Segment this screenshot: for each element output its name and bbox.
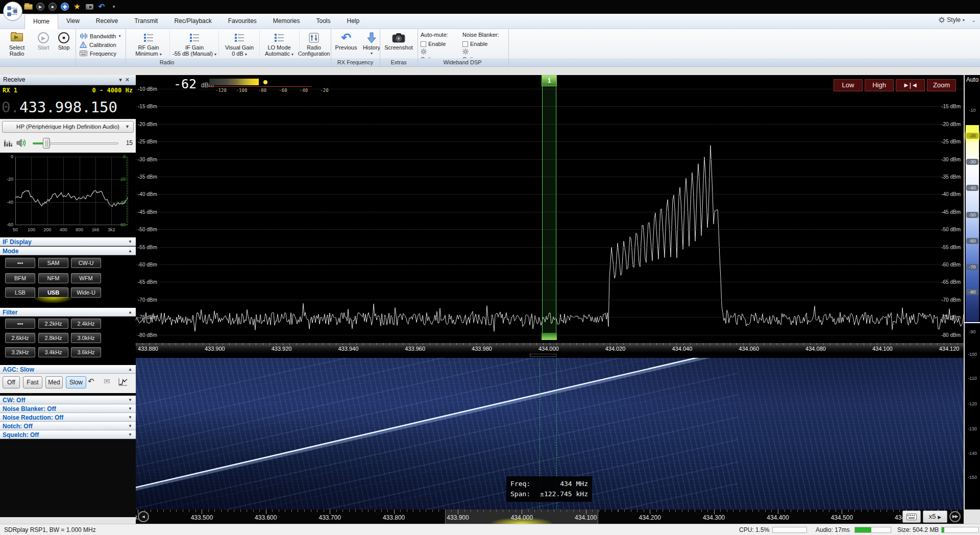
tab-transmit[interactable]: Transmit (126, 14, 166, 29)
noise-blanker-enable-checkbox[interactable]: Enable (462, 39, 506, 48)
agc-graph-icon[interactable] (118, 378, 128, 386)
filter-button-34khz[interactable]: 3.4kHz (38, 347, 68, 357)
filter-button-32khz[interactable]: 3.2kHz (5, 347, 35, 357)
tab-memories[interactable]: Memories (265, 14, 308, 29)
undo-icon[interactable]: ↶ (88, 377, 94, 386)
mode-button-cwu[interactable]: CW-U (71, 258, 101, 268)
mode-button-lsb[interactable]: LSB (5, 287, 35, 298)
auto-mute-options-button[interactable]: Options (421, 48, 458, 58)
section-mode[interactable]: Mode▲ (0, 247, 136, 255)
zoom-x5-button[interactable]: x5 ▶ (923, 510, 947, 523)
select-radio-button[interactable]: ▶ Select Radio (2, 29, 32, 58)
ribbon-collapse-icon[interactable]: ⌄ (972, 17, 976, 23)
bandwidth-button[interactable]: Bandwidth▾ (80, 32, 127, 40)
filter-button-24khz[interactable]: 2.4kHz (71, 319, 101, 329)
filter-button-[interactable]: ••• (5, 319, 35, 329)
if-gain-button[interactable]: IF Gain -55 dB (Manual) ▾ (170, 29, 218, 58)
scroll-right-button[interactable]: ▶▶ (949, 511, 961, 522)
filter-button-30khz[interactable]: 3.0kHz (71, 333, 101, 343)
previous-button[interactable]: ↶ Previous (333, 29, 359, 58)
ruler-frequency-label: 434.100 (570, 514, 602, 521)
waterfall-palette-bar[interactable] (209, 79, 259, 85)
section-filter[interactable]: Filter▲ (0, 308, 136, 317)
mode-button-nfm[interactable]: NFM (38, 273, 68, 283)
tab-tools[interactable]: Tools (308, 14, 339, 29)
spectrum-frequency-axis[interactable]: 433.880433.900433.920433.940433.960433.9… (136, 343, 964, 353)
tab-view[interactable]: View (58, 14, 88, 29)
screenshot-camera-icon[interactable] (84, 2, 95, 12)
palette-scale-strip[interactable]: Auto -10-20-30-40-50-60-70-80-90-100-110… (965, 75, 980, 509)
keyboard-entry-button[interactable] (902, 510, 921, 523)
mode-button-wfm[interactable]: WFM (71, 273, 101, 283)
section-squelch[interactable]: Squelch: Off▼ (0, 430, 136, 439)
tab-favourites[interactable]: Favourites (220, 14, 265, 29)
rf-gain-button[interactable]: RF Gain Minimum ▾ (128, 29, 169, 58)
stop-button[interactable]: ■ Stop (54, 29, 74, 58)
agc-button-fast[interactable]: Fast (23, 376, 42, 388)
mode-button-bfm[interactable]: BFM (5, 273, 35, 283)
section-noise-blanker[interactable]: Noise Blanker: Off▼ (0, 404, 136, 413)
section-notch[interactable]: Notch: Off▼ (0, 422, 136, 430)
agc-button-med[interactable]: Med (45, 376, 63, 388)
main-spectrum[interactable]: -10 dBm-15 dBm-20 dBm-25 dBm-30 dBm-35 d… (136, 75, 964, 343)
undo-icon[interactable]: ↶ (96, 2, 107, 12)
frequency-display[interactable]: 0.433.998.150 (0, 95, 136, 119)
filter-button-22khz[interactable]: 2.2kHz (38, 319, 68, 329)
high-button[interactable]: High (865, 79, 894, 91)
frequency-scrollbar[interactable]: 433.400433.500433.600433.700433.800433.9… (136, 509, 964, 524)
start-button[interactable]: ▶ Start (34, 29, 53, 58)
mode-button-wideu[interactable]: Wide-U (71, 287, 101, 298)
agc-button-slow[interactable]: Slow (66, 376, 86, 388)
radio-configuration-button[interactable]: Radio Configuration (298, 29, 330, 58)
speaker-icon[interactable] (16, 138, 27, 148)
lo-mode-button[interactable]: LO Mode Automatic ▾ (260, 29, 298, 58)
volume-slider-thumb[interactable] (43, 138, 50, 149)
receive-panel-header[interactable]: Receive ▾✕ (0, 75, 136, 85)
center-button[interactable]: ►|◄ (896, 79, 925, 91)
low-button[interactable]: Low (834, 79, 863, 91)
filter-button-36khz[interactable]: 3.6kHz (71, 347, 101, 357)
tab-home[interactable]: Home (24, 14, 58, 29)
stop-icon[interactable]: ■ (47, 2, 58, 12)
agc-button-off[interactable]: Off (3, 376, 20, 388)
palette-slider-handle[interactable] (965, 322, 980, 323)
rx-channel-marker[interactable] (542, 86, 556, 333)
mode-button-sam[interactable]: SAM (38, 258, 68, 268)
open-folder-icon[interactable] (22, 2, 34, 12)
screenshot-button[interactable]: Screenshot (382, 29, 415, 58)
equalizer-icon[interactable] (4, 139, 12, 147)
filter-button-28khz[interactable]: 2.8kHz (38, 333, 68, 343)
section-noise-reduction[interactable]: Noise Reduction: Off▼ (0, 413, 136, 422)
palette-auto-label[interactable]: Auto (965, 76, 980, 85)
audio-device-select[interactable]: HP (Périphérique High Definition Audio)▼ (2, 121, 134, 133)
zoom-button[interactable]: Zoom (927, 79, 956, 91)
section-if-display[interactable]: IF Display▼ (0, 237, 136, 246)
rx-marker-tab[interactable]: 1 (542, 75, 557, 86)
tab-help[interactable]: Help (339, 14, 368, 29)
visual-gain-button[interactable]: Visual Gain 0 dB ▾ (219, 29, 259, 58)
auto-mute-enable-checkbox[interactable]: Enable (421, 39, 458, 48)
noise-blanker-options-button[interactable]: Options (462, 48, 506, 58)
section-agc[interactable]: AGC: Slow▲ (0, 365, 136, 374)
frequency-button[interactable]: Frequency (80, 49, 127, 58)
favourites-star-icon[interactable]: ★ (71, 2, 83, 12)
qat-customize-icon[interactable]: ▾ (108, 2, 119, 12)
envelope-icon[interactable]: ✉ (104, 377, 110, 386)
panel-menu-icon[interactable]: ▾ (119, 77, 125, 83)
tab-receive[interactable]: Receive (88, 14, 126, 29)
scroll-left-button[interactable]: ◄ (138, 511, 149, 522)
section-cw[interactable]: CW: Off▼ (0, 396, 136, 404)
filter-button-26khz[interactable]: 2.6kHz (5, 333, 35, 343)
ribbon-content: ▶ Select Radio ▶ Start ■ Stop Bandwidth▾… (0, 29, 980, 58)
tab-rec-playback[interactable]: Rec/Playback (166, 14, 219, 29)
mode-button-[interactable]: ••• (5, 258, 35, 268)
play-icon[interactable]: ▶ (35, 2, 46, 12)
style-menu[interactable]: Style ▾ (939, 16, 965, 23)
ribbon-group-separator (331, 29, 331, 67)
mode-button-usb[interactable]: USB (38, 287, 68, 298)
calibration-button[interactable]: Calibration (80, 40, 127, 49)
add-icon[interactable]: ✚ (59, 2, 70, 12)
panel-close-icon[interactable]: ✕ (125, 77, 133, 83)
application-menu-button[interactable] (3, 2, 22, 21)
waterfall-display[interactable]: Freq:434 MHz Span:±122.745 kHz (136, 358, 964, 509)
